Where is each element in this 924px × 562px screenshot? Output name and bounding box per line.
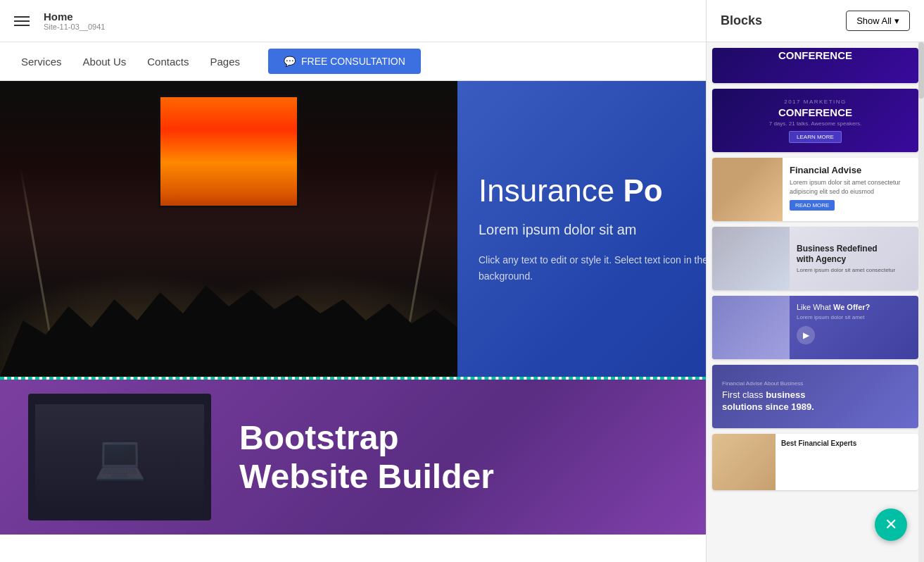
block-title: Financial Advise (790, 165, 911, 175)
block-cta[interactable]: READ MORE (790, 200, 835, 211)
laptop-image: 💻 (28, 394, 211, 520)
scrollbar-track[interactable] (918, 42, 924, 562)
block-title: CONFERENCE (778, 106, 852, 118)
free-consultation-button[interactable]: 💬 FREE CONSULTATION (268, 49, 421, 74)
nav-link-contacts[interactable]: Contacts (147, 56, 189, 68)
site-info: Home Site-11-03__0941 (44, 11, 105, 31)
site-title: Home (44, 11, 105, 23)
blocks-panel-header: Blocks Show All ▾ (707, 0, 924, 42)
show-all-button[interactable]: Show All ▾ (846, 11, 910, 31)
blocks-list: 2017 MARKETING CONFERENCE 2017 MARKETING… (707, 42, 924, 562)
laptop-icon: 💻 (94, 432, 146, 482)
chevron-down-icon: ▾ (894, 15, 899, 26)
bootstrap-text[interactable]: Bootstrap Website Builder (239, 418, 494, 496)
hero-image (0, 81, 457, 377)
bootstrap-title-line1: Bootstrap (239, 418, 494, 457)
close-icon: ✕ (885, 516, 897, 534)
nav-link-about[interactable]: About Us (83, 56, 127, 68)
list-item[interactable]: Financial Advise Lorem ipsum dolor sit a… (712, 158, 918, 221)
bootstrap-title-line2: Website Builder (239, 457, 494, 496)
block-title: Best Financial Experts (781, 439, 913, 447)
concert-screen (158, 95, 299, 208)
list-item[interactable]: 2017 MARKETING CONFERENCE 7 days. 21 tal… (712, 89, 918, 152)
block-sublabel: Financial Advise About Business (722, 380, 909, 387)
block-title: First class businesssolutions since 1989… (722, 389, 909, 413)
blocks-panel-title: Blocks (721, 13, 762, 28)
block-sublabel: 2017 MARKETING (784, 99, 847, 105)
show-all-label: Show All (856, 15, 892, 26)
block-text: Lorem ipsum dolor sit amet consectetur a… (790, 178, 911, 196)
site-id: Site-11-03__0941 (44, 23, 105, 31)
nav-link-pages[interactable]: Pages (210, 56, 240, 68)
list-item[interactable]: Like What We Offer? Lorem ipsum dolor si… (712, 296, 918, 359)
block-detail: 7 days. 21 talks. Awesome speakers. (769, 120, 861, 127)
block-text: Lorem ipsum dolor sit amet (797, 314, 911, 320)
hero-title-text: Insurance Po (479, 173, 663, 208)
blocks-panel: Blocks Show All ▾ 2017 MARKETING CONFERE… (706, 0, 924, 562)
cta-label: FREE CONSULTATION (301, 56, 405, 67)
block-title: Business Redefinedwith Agency (797, 244, 911, 264)
block-title: Like What We Offer? (797, 303, 911, 311)
list-item[interactable]: Business Redefinedwith Agency Lorem ipsu… (712, 227, 918, 290)
nav-link-services[interactable]: Services (21, 56, 62, 68)
list-item[interactable]: Best Financial Experts (712, 434, 918, 490)
hamburger-icon[interactable] (14, 16, 30, 26)
play-icon[interactable]: ▶ (797, 326, 815, 344)
list-item[interactable]: Financial Advise About Business First cl… (712, 365, 918, 428)
scrollbar-thumb[interactable] (918, 42, 924, 99)
block-text: Lorem ipsum dolor sit amet consectetur (797, 267, 911, 273)
block-cta[interactable]: LEARN MORE (789, 131, 842, 143)
chat-icon: 💬 (284, 56, 296, 67)
list-item[interactable]: 2017 MARKETING CONFERENCE (712, 48, 918, 83)
close-panel-button[interactable]: ✕ (875, 508, 907, 541)
